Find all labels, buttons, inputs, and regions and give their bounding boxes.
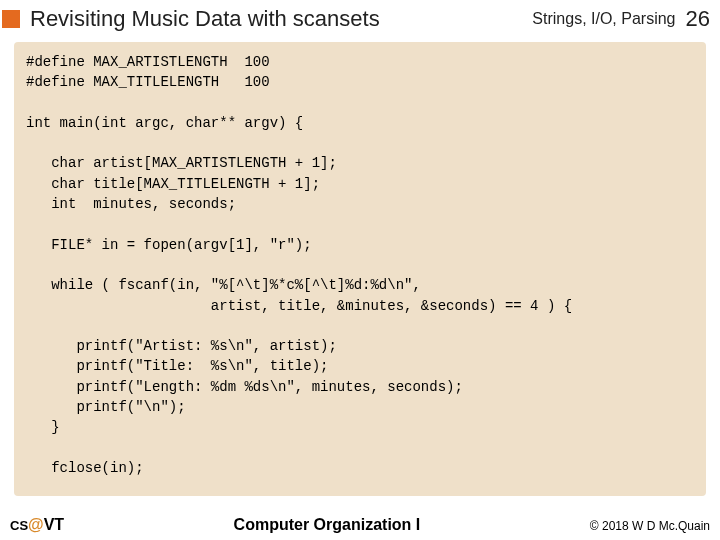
footer-copyright: © 2018 W D Mc.Quain	[590, 519, 710, 533]
slide-topic: Strings, I/O, Parsing	[532, 10, 675, 28]
footer-bar: CS@VT Computer Organization I © 2018 W D…	[0, 516, 720, 534]
accent-square-icon	[2, 10, 20, 28]
slide: Revisiting Music Data with scansets Stri…	[0, 0, 720, 540]
at-icon: @	[28, 516, 44, 533]
page-number: 26	[686, 6, 710, 32]
code-container: #define MAX_ARTISTLENGTH 100 #define MAX…	[14, 42, 706, 496]
footer-course: Computer Organization I	[64, 516, 590, 534]
slide-title: Revisiting Music Data with scansets	[30, 6, 532, 32]
footer-vt: VT	[44, 516, 64, 533]
code-listing: #define MAX_ARTISTLENGTH 100 #define MAX…	[14, 42, 706, 496]
footer-cs: CS	[10, 518, 28, 533]
footer-affiliation: CS@VT	[10, 516, 64, 534]
header-bar: Revisiting Music Data with scansets Stri…	[0, 0, 720, 36]
